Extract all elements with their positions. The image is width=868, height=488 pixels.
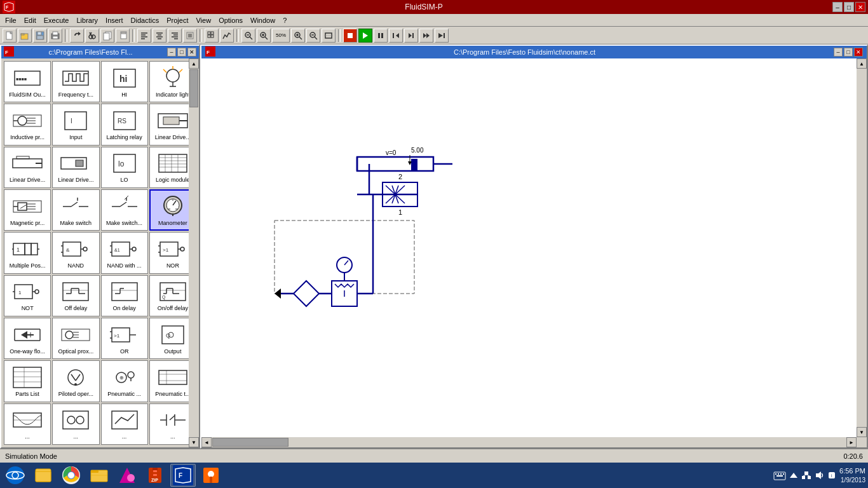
canvas-scrollbar-v[interactable]: ▲ ▼ [857,58,867,437]
component-latching-relay[interactable]: RS Latching relay [101,104,148,145]
component-on-delay[interactable]: On delay [101,275,148,316]
component-input[interactable]: I Input [52,104,99,145]
canvas-minimize[interactable]: – [834,48,843,57]
taskbar-files[interactable] [31,464,56,487]
copy-button[interactable] [100,29,114,43]
panel-scrollbar[interactable]: ▲ ▼ [189,58,199,447]
stop-button[interactable] [343,29,357,43]
restore-button[interactable]: □ [844,2,854,12]
component-linear-drive2[interactable]: Linear Drive... [4,147,51,188]
menu-insert[interactable]: Insert [102,15,127,25]
canvas-scrollbar-h[interactable]: ◄ ► [201,437,857,447]
menu-view[interactable]: View [192,15,215,25]
new-button[interactable] [3,29,17,43]
component-linear-drive3[interactable]: Linear Drive... [52,147,99,188]
taskbar-paint[interactable] [198,464,224,487]
taskbar-shape[interactable] [114,464,140,487]
menu-file[interactable]: File [1,15,20,25]
component-oneway[interactable]: One-way flo... [4,318,51,359]
panel-close[interactable]: ✕ [187,48,196,57]
save-button[interactable] [33,29,47,43]
menu-options[interactable]: Options [215,15,247,25]
play-button[interactable] [358,29,372,43]
component-piloted[interactable]: Piloted oper... [52,360,99,402]
component-multipos[interactable]: 1 Multiple Pos... [4,232,51,273]
open-button[interactable] [18,29,32,43]
component-make-switch1[interactable]: Make switch [52,189,99,231]
panel-restore[interactable]: □ [177,48,186,57]
print-button[interactable] [48,29,62,43]
paste-button[interactable] [116,29,130,43]
align-right-button[interactable] [168,29,182,43]
component-make-switch2[interactable]: Make switch... [101,189,148,231]
component-off-delay[interactable]: Off delay [52,275,99,316]
component-parts-list[interactable]: Parts List [4,360,51,402]
zoom-in-button[interactable] [257,29,271,43]
canvas-close[interactable]: ✕ [854,48,863,57]
component-misc2[interactable]: ... [52,403,99,445]
component-pneumatic1[interactable]: ⊕ Pneumatic ... [101,360,148,402]
zoom-minus-button[interactable] [306,29,320,43]
scroll-up-btn[interactable]: ▲ [189,58,199,69]
scroll-down-btn[interactable]: ▼ [857,427,867,437]
justify-button[interactable] [183,29,197,43]
zoom-plus-button[interactable] [291,29,305,43]
zoom-out-button[interactable] [241,29,255,43]
scroll-up-btn[interactable]: ▲ [857,58,867,69]
grid-button[interactable] [205,29,219,43]
menu-project[interactable]: Project [163,15,192,25]
scroll-hthumb[interactable] [212,438,288,447]
svg-marker-61 [438,33,443,38]
cut-button[interactable] [85,29,99,43]
undo-button[interactable] [70,29,84,43]
skip-forward-button[interactable] [419,29,433,43]
panel-minimize[interactable]: – [167,48,176,57]
step-back-button[interactable] [389,29,403,43]
align-center-button[interactable] [153,29,166,43]
align-left-button[interactable] [137,29,151,43]
taskbar-chrome[interactable] [58,464,84,487]
scroll-right-btn[interactable]: ► [846,437,857,447]
graph-button[interactable] [220,29,234,43]
taskbar-festo[interactable]: F [170,464,196,487]
taskbar-winzip[interactable]: ZIP [142,464,168,487]
pause-button[interactable] [374,29,388,43]
component-inductive[interactable]: Inductive pr... [4,104,51,145]
component-frequency-t[interactable]: Frequency t... [52,61,99,102]
show-hidden-icon[interactable] [789,470,799,480]
component-magnetic[interactable]: Magnetic pr... [4,189,51,231]
scroll-thumb[interactable] [189,69,198,107]
taskbar-ie[interactable] [3,464,28,487]
canvas-area[interactable]: v=0 5.00 2 1 [201,58,867,447]
optical-label: Optical prox... [58,349,94,355]
menu-library[interactable]: Library [72,15,102,25]
menu-edit[interactable]: Edit [20,15,40,25]
component-nand[interactable]: & NAND [52,232,99,273]
taskbar-explorer[interactable] [86,464,112,487]
menu-execute[interactable]: Execute [40,15,73,25]
skip-end-button[interactable] [435,29,449,43]
svg-text:RS: RS [118,118,126,125]
component-misc1[interactable]: ... [4,403,51,445]
minimize-button[interactable]: – [832,2,843,12]
component-nand-with[interactable]: &1 NAND with ... [101,232,148,273]
fit-button[interactable] [322,29,336,43]
close-button[interactable]: ✕ [855,2,865,12]
manometer-icon [157,194,189,219]
menu-help[interactable]: ? [279,15,290,25]
component-fluidsim-out[interactable]: ■■■■ FluidSIM Ou... [4,61,51,102]
component-hi[interactable]: hi HI [101,61,148,102]
component-lo[interactable]: lo LO [101,147,148,188]
scroll-down-btn[interactable]: ▼ [189,437,199,447]
menu-didactics[interactable]: Didactics [127,15,163,25]
zoom-50-button[interactable]: 50% [272,29,290,43]
canvas-restore[interactable]: □ [844,48,853,57]
component-misc3[interactable]: ... [101,403,148,445]
scroll-left-btn[interactable]: ◄ [201,437,212,447]
nor-icon: >1 [157,236,189,262]
component-or[interactable]: >1 OR [101,318,148,359]
menu-window[interactable]: Window [247,15,279,25]
step-forward-button[interactable] [404,29,418,43]
component-not[interactable]: 1 NOT [4,275,51,316]
component-optical[interactable]: Optical prox... [52,318,99,359]
